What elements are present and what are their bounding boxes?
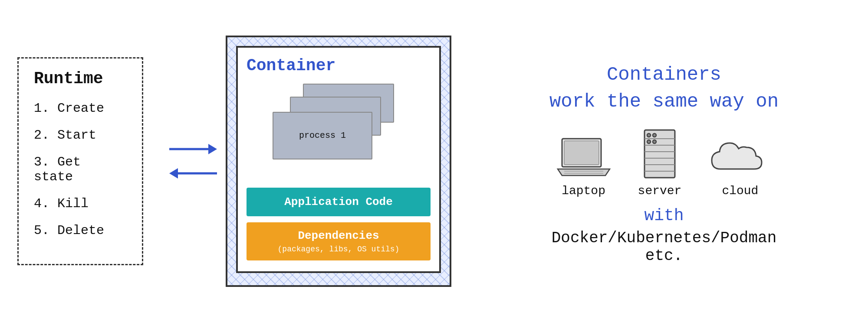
tools-label: Docker/Kubernetes/Podman <box>552 229 776 247</box>
cloud-label: cloud <box>722 184 758 198</box>
runtime-box: Runtime 1. Create 2. Start 3. Get state … <box>17 57 143 265</box>
runtime-item-5: 5. Delete <box>34 223 127 238</box>
cloud-icon <box>707 137 773 180</box>
arrow-right-icon <box>169 141 217 157</box>
laptop-item: laptop <box>556 137 612 198</box>
runtime-item-1: 1. Create <box>34 101 127 116</box>
svg-marker-1 <box>208 144 217 154</box>
laptop-label: laptop <box>562 184 605 198</box>
app-code-label: Application Code <box>284 195 393 208</box>
arrow-left-icon <box>169 166 217 181</box>
dependencies-title: Dependencies <box>251 229 426 242</box>
arrow-left <box>169 166 217 181</box>
icons-row: laptop server <box>556 128 773 198</box>
server-label: server <box>638 184 682 198</box>
svg-point-16 <box>653 133 656 137</box>
headline: Containers work the same way on <box>549 62 779 115</box>
runtime-item-4: 4. Kill <box>34 196 127 211</box>
process-1-label: process 1 <box>299 130 346 140</box>
with-label: with <box>644 206 684 225</box>
laptop-icon <box>556 137 612 180</box>
runtime-item-2: 2. Start <box>34 128 127 143</box>
svg-point-17 <box>647 140 651 143</box>
app-code-box: Application Code <box>247 188 431 216</box>
dependencies-sub: (packages, libs, OS utils) <box>278 245 400 254</box>
main-layout: Runtime 1. Create 2. Start 3. Get state … <box>0 0 868 322</box>
svg-point-15 <box>647 133 651 137</box>
container-label: Container <box>247 56 431 75</box>
svg-rect-5 <box>564 141 599 165</box>
arrows-container <box>169 141 217 181</box>
container-inner: Container process N ... process 1 Applic… <box>236 46 441 273</box>
svg-marker-3 <box>169 168 178 179</box>
container-outer: Container process N ... process 1 Applic… <box>226 36 451 287</box>
server-icon <box>638 128 681 180</box>
right-panel: Containers work the same way on laptop <box>477 57 851 265</box>
runtime-list: 1. Create 2. Start 3. Get state 4. Kill … <box>34 101 127 238</box>
svg-point-18 <box>653 140 656 143</box>
etc-label: etc. <box>645 247 683 265</box>
process-card-1: process 1 <box>273 112 372 159</box>
headline-line-1: Containers <box>549 62 779 88</box>
runtime-title: Runtime <box>34 69 127 88</box>
dependencies-box: Dependencies (packages, libs, OS utils) <box>247 222 431 260</box>
runtime-item-3: 3. Get state <box>34 155 127 184</box>
server-item: server <box>638 128 682 198</box>
arrow-right <box>169 141 217 157</box>
cloud-item: cloud <box>707 137 773 198</box>
process-stack: process N ... process 1 <box>247 84 431 179</box>
headline-line-2: work the same way on <box>549 88 779 115</box>
